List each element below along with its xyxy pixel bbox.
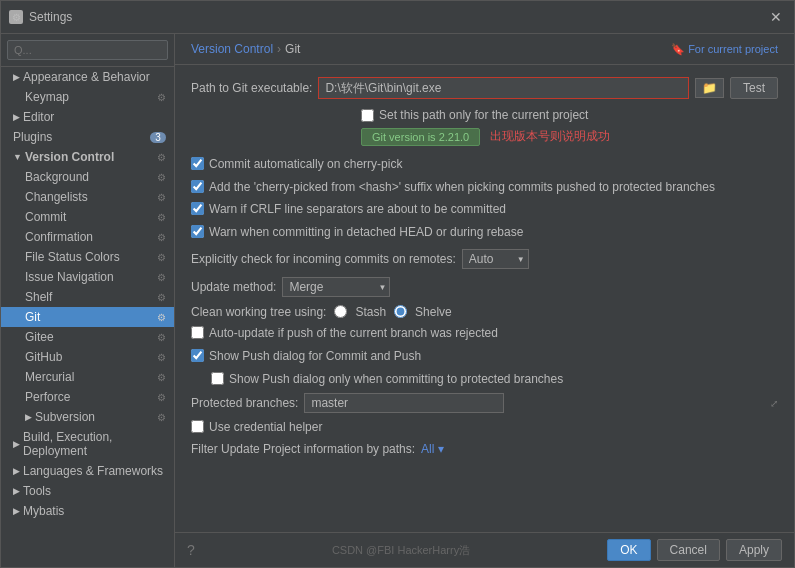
- arrow-icon: ▶: [13, 72, 20, 82]
- search-input[interactable]: [7, 40, 168, 60]
- help-icon[interactable]: ?: [187, 542, 195, 558]
- apply-button[interactable]: Apply: [726, 539, 782, 561]
- config-icon: ⚙: [157, 352, 166, 363]
- sidebar-item-git[interactable]: Git ⚙: [1, 307, 174, 327]
- sidebar-item-plugins[interactable]: Plugins 3: [1, 127, 174, 147]
- checkbox-credential[interactable]: [191, 420, 204, 433]
- checkbox-row-1: Commit automatically on cherry-pick: [191, 156, 778, 173]
- sidebar-item-label: Shelf: [25, 290, 157, 304]
- sidebar-item-appearance-behavior[interactable]: ▶ Appearance & Behavior: [1, 67, 174, 87]
- config-icon: ⚙: [157, 332, 166, 343]
- sidebar-item-mybatis[interactable]: ▶ Mybatis: [1, 501, 174, 521]
- breadcrumb-parent[interactable]: Version Control: [191, 42, 273, 56]
- checkbox-label-2: Add the 'cherry-picked from <hash>' suff…: [209, 179, 715, 196]
- config-icon: ⚙: [157, 412, 166, 423]
- arrow-icon: ▶: [25, 412, 32, 422]
- sidebar-item-label: Build, Execution, Deployment: [23, 430, 166, 458]
- checkbox-show-push-dialog[interactable]: [191, 349, 204, 362]
- sidebar-item-shelf[interactable]: Shelf ⚙: [1, 287, 174, 307]
- ok-button[interactable]: OK: [607, 539, 650, 561]
- checkbox-row-3: Warn if CRLF line separators are about t…: [191, 201, 778, 218]
- protected-branches-input[interactable]: [304, 393, 504, 413]
- checkbox-label-autoupdate: Auto-update if push of the current branc…: [209, 325, 498, 342]
- update-method-dropdown-wrapper: Merge Rebase Branch Default: [282, 277, 390, 297]
- sidebar-item-languages-frameworks[interactable]: ▶ Languages & Frameworks: [1, 461, 174, 481]
- radio-stash[interactable]: [334, 305, 347, 318]
- sidebar-item-subversion[interactable]: ▶ Subversion ⚙: [1, 407, 174, 427]
- checkbox-auto-update[interactable]: [191, 326, 204, 339]
- git-version-note: 出现版本号则说明成功: [490, 128, 610, 145]
- sidebar-item-background[interactable]: Background ⚙: [1, 167, 174, 187]
- filter-row: Filter Update Project information by pat…: [191, 442, 778, 456]
- right-panel: Version Control › Git 🔖 For current proj…: [175, 34, 794, 567]
- checkbox-label-3: Warn if CRLF line separators are about t…: [209, 201, 506, 218]
- explicitly-dropdown[interactable]: Auto Always Never: [462, 249, 529, 269]
- cancel-button[interactable]: Cancel: [657, 539, 720, 561]
- update-method-label: Update method:: [191, 280, 276, 294]
- sidebar-item-label: Mybatis: [23, 504, 166, 518]
- test-button[interactable]: Test: [730, 77, 778, 99]
- radio-shelve-label: Shelve: [415, 305, 452, 319]
- search-box: [1, 34, 174, 67]
- update-method-dropdown[interactable]: Merge Rebase Branch Default: [282, 277, 390, 297]
- sidebar: ▶ Appearance & Behavior Keymap ⚙ ▶ Edito…: [1, 34, 175, 567]
- sidebar-item-label: Changelists: [25, 190, 157, 204]
- checkbox-row-show-push: Show Push dialog for Commit and Push: [191, 348, 778, 365]
- arrow-icon: ▶: [13, 486, 20, 496]
- sidebar-item-commit[interactable]: Commit ⚙: [1, 207, 174, 227]
- sidebar-item-confirmation[interactable]: Confirmation ⚙: [1, 227, 174, 247]
- sidebar-item-label: Version Control: [25, 150, 157, 164]
- checkbox-cherry-pick[interactable]: [191, 157, 204, 170]
- checkbox-crlf[interactable]: [191, 202, 204, 215]
- close-button[interactable]: ✕: [766, 7, 786, 27]
- sidebar-item-perforce[interactable]: Perforce ⚙: [1, 387, 174, 407]
- sidebar-item-editor[interactable]: ▶ Editor: [1, 107, 174, 127]
- breadcrumb-current: Git: [285, 42, 300, 56]
- checkbox-show-push-protected[interactable]: [211, 372, 224, 385]
- arrow-icon: ▶: [13, 112, 20, 122]
- checkbox-label-4: Warn when committing in detached HEAD or…: [209, 224, 523, 241]
- filter-value-text: All: [421, 442, 434, 456]
- arrow-icon: ▶: [13, 466, 20, 476]
- radio-shelve[interactable]: [394, 305, 407, 318]
- sidebar-item-label: Subversion: [35, 410, 157, 424]
- set-path-checkbox[interactable]: [361, 109, 374, 122]
- config-icon: ⚙: [157, 232, 166, 243]
- checkbox-cherry-pick-suffix[interactable]: [191, 180, 204, 193]
- sidebar-item-label: Commit: [25, 210, 157, 224]
- filter-value[interactable]: All ▾: [421, 442, 444, 456]
- filter-label: Filter Update Project information by pat…: [191, 442, 415, 456]
- main-content: ▶ Appearance & Behavior Keymap ⚙ ▶ Edito…: [1, 34, 794, 567]
- checkbox-label-show-push: Show Push dialog for Commit and Push: [209, 348, 421, 365]
- config-icon: ⚙: [157, 152, 166, 163]
- config-icon: ⚙: [157, 392, 166, 403]
- config-icon: ⚙: [157, 92, 166, 103]
- folder-button[interactable]: 📁: [695, 78, 724, 98]
- breadcrumb-for-project: 🔖 For current project: [671, 43, 778, 56]
- sidebar-item-file-status-colors[interactable]: File Status Colors ⚙: [1, 247, 174, 267]
- sidebar-item-label: Plugins: [13, 130, 150, 144]
- explicitly-label: Explicitly check for incoming commits on…: [191, 252, 456, 266]
- sidebar-item-issue-navigation[interactable]: Issue Navigation ⚙: [1, 267, 174, 287]
- set-path-row: Set this path only for the current proje…: [191, 107, 778, 124]
- sidebar-item-github[interactable]: GitHub ⚙: [1, 347, 174, 367]
- radio-stash-label: Stash: [355, 305, 386, 319]
- config-icon: ⚙: [157, 252, 166, 263]
- watermark: CSDN @FBI HackerHarry浩: [332, 543, 470, 558]
- sidebar-item-version-control[interactable]: ▼ Version Control ⚙: [1, 147, 174, 167]
- config-icon: ⚙: [157, 272, 166, 283]
- sidebar-item-gitee[interactable]: Gitee ⚙: [1, 327, 174, 347]
- settings-icon: ⚙: [9, 10, 23, 24]
- sidebar-item-changelists[interactable]: Changelists ⚙: [1, 187, 174, 207]
- sidebar-item-tools[interactable]: ▶ Tools: [1, 481, 174, 501]
- window-title: Settings: [29, 10, 72, 24]
- checkbox-label-show-push-protected: Show Push dialog only when committing to…: [229, 371, 563, 388]
- expand-icon[interactable]: ⤢: [770, 398, 778, 409]
- path-input[interactable]: [318, 77, 689, 99]
- title-bar-left: ⚙ Settings: [9, 10, 72, 24]
- sidebar-item-keymap[interactable]: Keymap ⚙: [1, 87, 174, 107]
- breadcrumb: Version Control › Git 🔖 For current proj…: [175, 34, 794, 65]
- checkbox-detached-head[interactable]: [191, 225, 204, 238]
- sidebar-item-mercurial[interactable]: Mercurial ⚙: [1, 367, 174, 387]
- sidebar-item-build-execution[interactable]: ▶ Build, Execution, Deployment: [1, 427, 174, 461]
